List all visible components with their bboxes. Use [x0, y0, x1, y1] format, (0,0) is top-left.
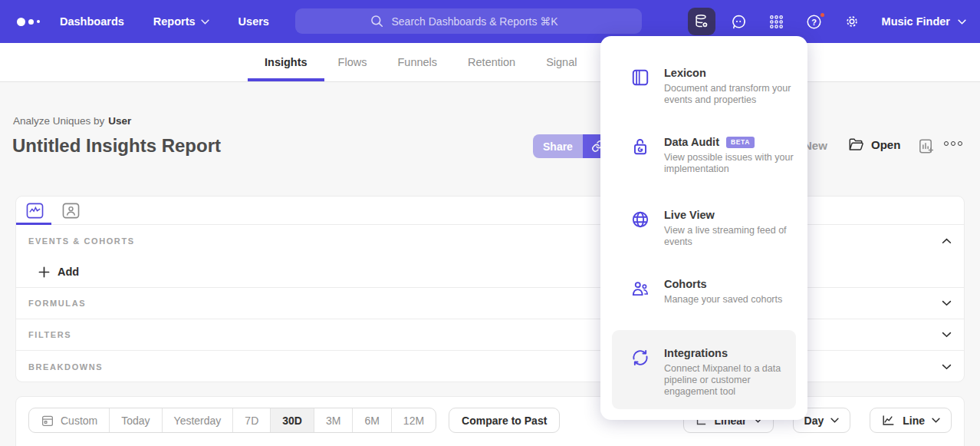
chevron-down-icon	[958, 19, 966, 25]
data-management-button[interactable]	[688, 8, 715, 35]
breakdowns-section[interactable]: BREAKDOWNS	[16, 351, 964, 382]
range-custom[interactable]: Custom	[29, 408, 110, 432]
formulas-header: FORMULAS	[28, 299, 86, 308]
formulas-section[interactable]: FORMULAS	[16, 288, 964, 319]
cohorts-people-icon	[630, 278, 650, 306]
data-management-menu: Lexicon Document and transform your even…	[600, 36, 807, 420]
menu-item-description: Manage your saved cohorts	[664, 294, 796, 306]
events-cohorts-header: EVENTS & COHORTS	[28, 236, 135, 246]
plus-icon	[38, 266, 50, 278]
range-3m[interactable]: 3M	[314, 408, 353, 432]
query-builder-card: EVENTS & COHORTS Add FORMULAS FILTERS BR…	[15, 196, 965, 382]
lexicon-book-icon	[630, 67, 650, 106]
data-management-icon	[693, 13, 710, 30]
chevron-down-icon	[932, 418, 940, 423]
more-options-button[interactable]	[944, 141, 962, 146]
chevron-down-icon[interactable]	[942, 332, 952, 338]
chart-type-dropdown[interactable]: Line	[870, 408, 952, 433]
menu-item-description: Document and transform your events and p…	[664, 83, 796, 106]
events-view-tab[interactable]	[26, 203, 44, 219]
add-event-row: Add	[16, 256, 964, 288]
add-to-dashboard-button[interactable]	[917, 137, 935, 158]
tab-signal[interactable]: Signal	[546, 43, 577, 81]
analyze-subtitle: Analyze Uniques byUser	[13, 115, 131, 127]
menu-item-data-audit[interactable]: Data AuditBETA View possible issues with…	[600, 136, 807, 175]
range-12m[interactable]: 12M	[392, 408, 436, 432]
data-audit-lock-icon	[630, 136, 650, 175]
menu-item-description: Connect Mixpanel to a data pipeline or c…	[664, 363, 796, 398]
nav-reports-label: Reports	[153, 15, 196, 28]
nav-dashboards-label: Dashboards	[60, 15, 124, 28]
line-chart-tab-icon	[26, 203, 44, 219]
nav-reports[interactable]: Reports	[153, 15, 209, 28]
range-30d[interactable]: 30D	[271, 408, 314, 432]
analyze-entity[interactable]: User	[108, 115, 131, 127]
events-cohorts-section[interactable]: EVENTS & COHORTS	[16, 225, 964, 256]
mixpanel-logo[interactable]	[17, 18, 52, 26]
line-chart-icon	[881, 413, 896, 428]
time-controls-card: Custom Today Yesterday 7D 30D 3M 6M 12M …	[15, 396, 965, 446]
search-icon	[370, 14, 384, 28]
range-yesterday[interactable]: Yesterday	[163, 408, 234, 432]
settings-gear-icon	[844, 13, 860, 30]
nav-users[interactable]: Users	[238, 15, 269, 28]
chevron-down-icon	[201, 19, 209, 25]
compare-to-past-button[interactable]: Compare to Past	[449, 408, 560, 433]
menu-item-title: Data AuditBETA	[664, 136, 796, 148]
chevron-up-icon[interactable]	[942, 238, 952, 244]
project-switcher[interactable]: Music Finder	[882, 15, 966, 28]
menu-item-cohorts[interactable]: Cohorts Manage your saved cohorts	[600, 278, 807, 306]
share-button[interactable]: Share	[533, 134, 583, 158]
menu-item-title: Integrations	[664, 347, 796, 359]
menu-item-title: Lexicon	[664, 67, 796, 79]
folder-icon	[848, 137, 864, 152]
beta-badge: BETA	[726, 137, 755, 148]
tab-insights[interactable]: Insights	[265, 43, 307, 81]
filters-section[interactable]: FILTERS	[16, 319, 964, 351]
builder-icon-tabs	[16, 197, 964, 225]
active-tab-underline	[248, 78, 324, 81]
report-toolbar: Share New Open	[0, 134, 980, 159]
filters-header: FILTERS	[28, 330, 71, 339]
integrations-sync-icon	[630, 347, 650, 398]
report-tabbar: Insights Flows Funnels Retention Signal …	[0, 43, 980, 82]
apps-grid-icon	[768, 14, 784, 30]
tab-flows[interactable]: Flows	[338, 43, 367, 81]
menu-item-title: Live View	[664, 209, 796, 221]
breakdowns-header: BREAKDOWNS	[28, 362, 103, 372]
menu-item-description: View a live streaming feed of events	[664, 225, 796, 248]
date-range-group: Custom Today Yesterday 7D 30D 3M 6M 12M	[28, 408, 436, 433]
live-view-globe-icon	[630, 209, 650, 248]
calendar-icon	[41, 414, 54, 428]
chevron-down-icon[interactable]	[942, 364, 952, 370]
nav-users-label: Users	[238, 15, 269, 28]
notification-dot	[819, 12, 826, 18]
profiles-view-tab[interactable]	[62, 203, 80, 219]
range-6m[interactable]: 6M	[353, 408, 391, 432]
top-navbar: Dashboards Reports Users ?	[0, 0, 980, 43]
tab-funnels[interactable]: Funnels	[397, 43, 437, 81]
menu-item-live-view[interactable]: Live View View a live streaming feed of …	[600, 209, 807, 248]
menu-item-description: View possible issues with your implement…	[664, 152, 796, 175]
nav-dashboards[interactable]: Dashboards	[60, 15, 124, 28]
profile-tab-icon	[62, 203, 80, 219]
search-input[interactable]	[392, 15, 568, 28]
add-event-button[interactable]: Add	[38, 266, 79, 278]
help-button[interactable]: ?	[801, 8, 828, 35]
add-to-dashboard-icon	[917, 137, 935, 155]
tab-retention[interactable]: Retention	[468, 43, 515, 81]
range-today[interactable]: Today	[110, 408, 162, 432]
menu-item-integrations[interactable]: Integrations Connect Mixpanel to a data …	[600, 347, 807, 398]
open-report-button[interactable]: Open	[848, 137, 900, 152]
messages-icon	[730, 13, 748, 31]
svg-text:?: ?	[811, 17, 817, 26]
apps-grid-button[interactable]	[763, 8, 791, 35]
global-search[interactable]	[295, 8, 642, 34]
settings-button[interactable]	[838, 8, 866, 35]
chevron-down-icon	[830, 418, 839, 423]
range-7d[interactable]: 7D	[233, 408, 271, 432]
chevron-down-icon[interactable]	[942, 300, 952, 306]
menu-item-lexicon[interactable]: Lexicon Document and transform your even…	[600, 67, 807, 106]
menu-item-title: Cohorts	[664, 278, 796, 290]
messages-button[interactable]	[725, 8, 753, 35]
